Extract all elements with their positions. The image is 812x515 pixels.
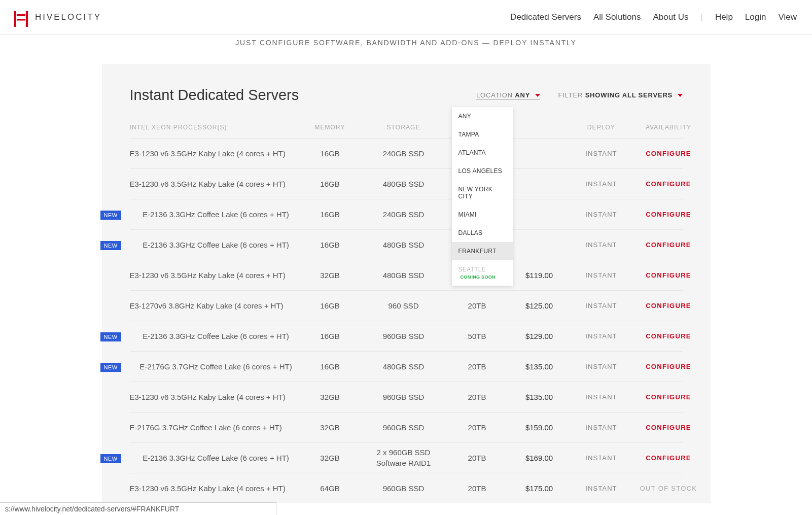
configure-button[interactable]: CONFIGURE xyxy=(629,150,708,157)
cell-deploy: INSTANT xyxy=(574,332,629,340)
location-option-new-york-city[interactable]: NEW YORK CITY xyxy=(452,180,513,205)
brand[interactable]: |=| HIVELOCITY xyxy=(13,9,101,26)
cell-price: $119.00 xyxy=(505,271,574,280)
cell-memory: 64GB xyxy=(302,484,358,493)
server-table-container: Instant Dedicated Servers LOCATION ANY F… xyxy=(102,64,711,503)
table-row: NEWE-2136 3.3GHz Coffee Lake (6 cores + … xyxy=(130,442,683,473)
nav-dedicated-servers[interactable]: Dedicated Servers xyxy=(510,12,581,22)
configure-button[interactable]: CONFIGURE xyxy=(629,271,708,279)
cell-processor: E3-1270v6 3.8GHz Kaby Lake (4 cores + HT… xyxy=(130,301,302,310)
configure-button[interactable]: CONFIGURE xyxy=(629,393,708,401)
location-dropdown: ANYTAMPAATLANTALOS ANGELESNEW YORK CITYM… xyxy=(452,107,513,286)
new-badge: NEW xyxy=(100,241,121,250)
table-body: E3-1230 v6 3.5GHz Kaby Lake (4 cores + H… xyxy=(130,138,683,503)
cell-price: $135.00 xyxy=(505,393,574,401)
cell-storage: 960 SSD xyxy=(358,301,449,310)
cell-processor: E-2136 3.3GHz Coffee Lake (6 cores + HT) xyxy=(130,332,302,340)
browser-status-bar: s://www.hivelocity.net/dedicated-servers… xyxy=(0,502,276,503)
location-option-tampa[interactable]: TAMPA xyxy=(452,125,513,144)
cell-processor: E-2136 3.3GHz Coffee Lake (6 cores + HT) xyxy=(130,454,302,462)
cell-memory: 32GB xyxy=(302,271,358,280)
cell-memory: 16GB xyxy=(302,210,358,219)
nav-login[interactable]: Login xyxy=(745,12,766,22)
location-filter[interactable]: LOCATION ANY xyxy=(476,91,540,99)
cell-transfer: 20TB xyxy=(449,423,505,432)
col-deploy: DEPLOY xyxy=(574,124,629,131)
cell-storage: 960GB SSD xyxy=(358,423,449,432)
cell-deploy: INSTANT xyxy=(574,241,629,249)
cell-memory: 16GB xyxy=(302,362,358,371)
banner-text: JUST CONFIGURE SOFTWARE, BANDWIDTH AND A… xyxy=(0,35,812,52)
configure-button[interactable]: CONFIGURE xyxy=(629,211,708,218)
cell-transfer: 20TB xyxy=(449,484,505,493)
configure-button[interactable]: CONFIGURE xyxy=(629,424,708,431)
cell-processor: E3-1230 v6 3.5GHz Kaby Lake (4 cores + H… xyxy=(130,149,302,158)
new-badge: NEW xyxy=(100,454,121,463)
col-storage: STORAGE xyxy=(358,124,449,131)
cell-price: $175.00 xyxy=(505,484,574,493)
page-title: Instant Dedicated Servers xyxy=(130,87,299,104)
configure-button[interactable]: CONFIGURE xyxy=(629,454,708,462)
logo-icon: |=| xyxy=(13,9,28,26)
nav-about-us[interactable]: About Us xyxy=(653,12,689,22)
cell-transfer: 20TB xyxy=(449,301,505,310)
col-price xyxy=(505,124,574,131)
cell-storage: 480GB SSD xyxy=(358,362,449,371)
nav-all-solutions[interactable]: All Solutions xyxy=(593,12,641,22)
location-option-miami[interactable]: MIAMI xyxy=(452,205,513,224)
cell-processor: E3-1230 v6 3.5GHz Kaby Lake (4 cores + H… xyxy=(130,484,302,493)
cell-transfer: 20TB xyxy=(449,454,505,462)
cell-storage: 480GB SSD xyxy=(358,241,449,249)
cell-storage: 960GB SSD xyxy=(358,484,449,493)
cell-memory: 16GB xyxy=(302,332,358,340)
configure-button[interactable]: CONFIGURE xyxy=(629,332,708,340)
cell-storage: 240GB SSD xyxy=(358,149,449,158)
configure-button[interactable]: CONFIGURE xyxy=(629,241,708,249)
cell-price: $125.00 xyxy=(505,301,574,310)
cell-processor: E-2136 3.3GHz Coffee Lake (6 cores + HT) xyxy=(130,241,302,249)
table-row: NEWE-2176G 3.7GHz Coffee Lake (6 cores +… xyxy=(130,351,683,382)
cell-price: $129.00 xyxy=(505,332,574,340)
table-row: E3-1230 v6 3.5GHz Kaby Lake (4 cores + H… xyxy=(130,260,683,290)
nav-view[interactable]: View xyxy=(778,12,797,22)
configure-button[interactable]: CONFIGURE xyxy=(629,180,708,188)
server-filter[interactable]: FILTER SHOWING ALL SERVERS xyxy=(558,91,683,99)
cell-memory: 32GB xyxy=(302,423,358,432)
cell-deploy: INSTANT xyxy=(574,363,629,370)
cell-transfer: 20TB xyxy=(449,362,505,371)
col-availability: AVAILABILITY xyxy=(629,124,708,131)
configure-button[interactable]: CONFIGURE xyxy=(629,363,708,370)
cell-deploy: INSTANT xyxy=(574,150,629,157)
location-option-atlanta[interactable]: ATLANTA xyxy=(452,144,513,162)
cell-memory: 16GB xyxy=(302,149,358,158)
cell-storage: 960GB SSD xyxy=(358,393,449,401)
configure-button[interactable]: CONFIGURE xyxy=(629,302,708,310)
table-row: E-2176G 3.7GHz Coffee Lake (6 cores + HT… xyxy=(130,412,683,442)
table-row: NEWE-2136 3.3GHz Coffee Lake (6 cores + … xyxy=(130,321,683,351)
brand-name: HIVELOCITY xyxy=(35,12,101,22)
table-head: INTEL XEON PROCESSOR(S) MEMORY STORAGE T… xyxy=(130,124,683,138)
out-of-stock-label: OUT OF STOCK xyxy=(629,485,708,492)
cell-processor: E-2176G 3.7GHz Coffee Lake (6 cores + HT… xyxy=(130,423,302,432)
table-row: E3-1230 v6 3.5GHz Kaby Lake (4 cores + H… xyxy=(130,382,683,412)
cell-storage: 480GB SSD xyxy=(358,180,449,188)
site-header: |=| HIVELOCITY Dedicated Servers All Sol… xyxy=(0,0,812,35)
chevron-down-icon xyxy=(678,94,683,97)
cell-processor: E-2176G 3.7GHz Coffee Lake (6 cores + HT… xyxy=(130,362,302,371)
new-badge: NEW xyxy=(100,332,121,341)
cell-memory: 16GB xyxy=(302,241,358,249)
table-row: E3-1230 v6 3.5GHz Kaby Lake (4 cores + H… xyxy=(130,473,683,503)
location-option-any[interactable]: ANY xyxy=(452,107,513,125)
location-option-frankfurt[interactable]: FRANKFURT xyxy=(452,242,513,260)
location-option-seattle: SEATTLE COMING SOON xyxy=(452,260,513,286)
cell-processor: E3-1230 v6 3.5GHz Kaby Lake (4 cores + H… xyxy=(130,180,302,188)
location-option-los-angeles[interactable]: LOS ANGELES xyxy=(452,162,513,180)
cell-processor: E-2136 3.3GHz Coffee Lake (6 cores + HT) xyxy=(130,210,302,219)
cell-memory: 32GB xyxy=(302,454,358,462)
table-row: E3-1270v6 3.8GHz Kaby Lake (4 cores + HT… xyxy=(130,290,683,321)
nav-help[interactable]: Help xyxy=(715,12,733,22)
cell-deploy: INSTANT xyxy=(574,454,629,462)
table-row: E3-1230 v6 3.5GHz Kaby Lake (4 cores + H… xyxy=(130,168,683,199)
cell-price: $135.00 xyxy=(505,362,574,371)
location-option-dallas[interactable]: DALLAS xyxy=(452,224,513,242)
